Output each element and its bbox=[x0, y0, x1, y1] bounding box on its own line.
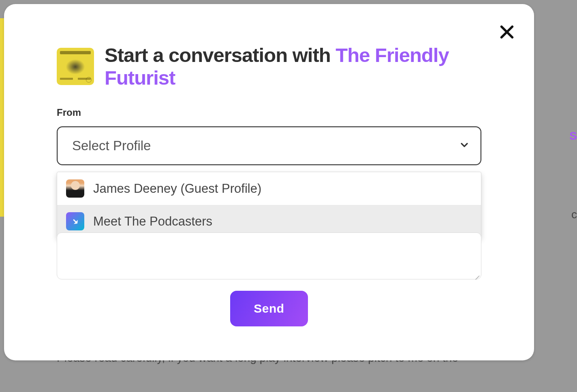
background-text-fragment: S bbox=[569, 130, 577, 143]
form-area: From Select Profile James Deeney (Guest … bbox=[4, 89, 534, 165]
modal-header: Start a conversation with The Friendly F… bbox=[4, 4, 534, 89]
close-button[interactable] bbox=[496, 21, 518, 43]
title-prefix: Start a conversation with bbox=[105, 44, 336, 66]
modal-title: Start a conversation with The Friendly F… bbox=[105, 44, 481, 89]
avatar bbox=[66, 212, 84, 230]
chevron-down-icon bbox=[459, 139, 470, 152]
profile-select[interactable]: Select Profile bbox=[57, 126, 481, 165]
close-icon bbox=[499, 24, 515, 40]
background-text-fragment: c bbox=[571, 208, 577, 221]
message-textarea[interactable] bbox=[57, 232, 481, 279]
profile-select-wrapper: Select Profile James Deeney (Guest Profi… bbox=[57, 126, 481, 165]
avatar bbox=[66, 179, 84, 198]
profile-dropdown: James Deeney (Guest Profile) Meet The Po… bbox=[57, 172, 481, 238]
podcast-avatar bbox=[57, 48, 94, 85]
profile-option-guest[interactable]: James Deeney (Guest Profile) bbox=[57, 172, 481, 205]
option-label: Meet The Podcasters bbox=[93, 214, 212, 229]
option-label: James Deeney (Guest Profile) bbox=[93, 181, 261, 196]
select-placeholder: Select Profile bbox=[71, 138, 151, 153]
send-button[interactable]: Send bbox=[230, 291, 308, 326]
conversation-modal: Start a conversation with The Friendly F… bbox=[4, 4, 534, 360]
from-label: From bbox=[57, 107, 481, 118]
